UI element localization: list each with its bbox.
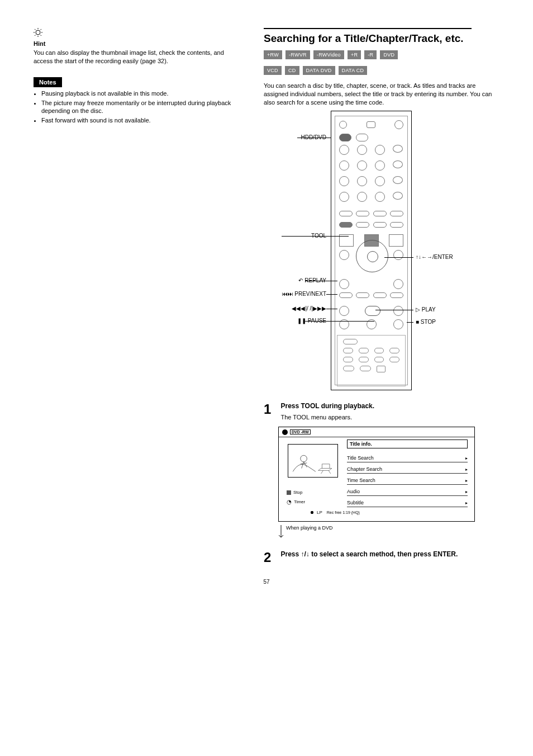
media-badge: +RW <box>264 50 282 59</box>
media-badge: -RWVideo <box>313 50 344 59</box>
step-1: 1 Press TOOL during playback. The TOOL m… <box>264 401 499 421</box>
chevron-right-icon: ▸ <box>465 489 468 494</box>
svg-line-8 <box>41 35 42 36</box>
thumbnail <box>288 444 338 478</box>
step-text: Press ↑/↓ to select a search method, the… <box>280 550 465 559</box>
media-badge: DATA DVD <box>303 66 335 75</box>
step-number: 1 <box>264 401 278 417</box>
tool-panel-caption: When playing a DVD <box>278 525 499 542</box>
media-badge: VCD <box>264 66 282 75</box>
notes-badge: Notes <box>34 77 62 87</box>
callout-stop: ■ STOP <box>416 319 436 325</box>
tool-panel-header: DVD -RW <box>279 427 474 437</box>
svg-line-5 <box>35 29 36 30</box>
callout-tool: TOOL <box>264 233 326 239</box>
callout-replay: ↶ REPLAY <box>264 277 326 284</box>
callout-prev-next: ⏮⏭ PREV/NEXT <box>264 291 326 297</box>
forward-icon: |▶▶▶ <box>311 305 326 311</box>
tool-menu-panel: DVD -RW Title info. Title Search▸ Chapte… <box>278 427 475 522</box>
media-badges: +RW -RWVR -RWVideo +R -R DVD <box>264 50 499 59</box>
panel-status-timer: ◔Timer <box>287 499 305 505</box>
svg-line-7 <box>35 35 36 36</box>
callout-hdd-dvd: HDD/DVD <box>264 134 326 140</box>
left-column: Hint You can also display the thumbnail … <box>34 28 244 565</box>
panel-title-info: Title info. <box>347 440 468 448</box>
panel-row-chapter-search: Chapter Search▸ <box>347 465 468 474</box>
media-badge: CD <box>285 66 299 75</box>
step-2: 2 Press ↑/↓ to select a search method, t… <box>264 550 499 565</box>
chevron-right-icon: ▸ <box>465 478 468 483</box>
step-text: Press TOOL during playback. The TOOL men… <box>280 401 465 421</box>
clock-icon: ◔ <box>287 499 292 505</box>
remote-diagram: HDD/DVD TOOL ↶ REPLAY ⏮⏭ PREV/NEXT ◀◀◀|/… <box>264 111 472 401</box>
panel-row-title-search: Title Search▸ <box>347 454 468 462</box>
left-arrow-icon: ← <box>421 254 427 260</box>
svg-line-6 <box>41 29 42 30</box>
record-dot-icon <box>282 429 288 435</box>
replay-icon: ↶ <box>298 277 303 284</box>
hint-lightbulb-icon <box>34 28 42 37</box>
panel-rec-free: ⏺ LP Rec free 1:19 (HQ) <box>310 510 360 515</box>
callout-seek: ◀◀◀|/ /|▶▶▶ <box>264 305 326 311</box>
media-badge: -R <box>364 50 377 59</box>
remote-outline <box>331 111 412 390</box>
callout-play: ▷ PLAY <box>416 306 436 313</box>
chevron-right-icon: ▸ <box>465 456 468 461</box>
media-badges-2: VCD CD DATA DVD DATA CD <box>264 66 499 75</box>
intro-text: You can search a disc by title, chapter,… <box>264 82 499 107</box>
right-column: Searching for a Title/Chapter/Track, etc… <box>264 28 499 565</box>
callout-arrows-enter: ↑↓←→/ENTER <box>416 254 453 260</box>
note-item: The picture may freeze momentarily or be… <box>41 99 244 116</box>
media-badge: DVD <box>380 50 398 59</box>
notes-list: Pausing playback is not available in thi… <box>41 89 244 125</box>
svg-rect-9 <box>289 445 337 477</box>
step-subtext: The TOOL menu appears. <box>280 413 465 422</box>
panel-row-subtitle: Subtitle▸ <box>347 499 468 507</box>
callout-pause: ❚❚ PAUSE <box>264 318 326 324</box>
note-item: Pausing playback is not available in thi… <box>41 89 244 98</box>
panel-status-stop: Stop <box>287 490 302 495</box>
hint-heading: Hint <box>34 40 244 47</box>
section-title: Searching for a Title/Chapter/Track, etc… <box>264 32 499 45</box>
panel-row-audio: Audio▸ <box>347 488 468 496</box>
chevron-right-icon: ▸ <box>465 467 468 472</box>
rewind-icon: ◀◀◀| <box>292 305 307 311</box>
media-badge: +R <box>348 50 361 59</box>
step-number: 2 <box>264 550 278 565</box>
panel-row-time-search: Time Search▸ <box>347 476 468 485</box>
media-badge: -RWVR <box>285 50 310 59</box>
right-arrow-icon: → <box>427 254 432 260</box>
svg-point-0 <box>36 30 40 35</box>
dvd-logo: DVD -RW <box>290 429 311 434</box>
stop-icon: ■ <box>416 319 419 325</box>
hint-body: You can also display the thumbnail image… <box>34 49 244 65</box>
chevron-right-icon: ▸ <box>465 500 468 505</box>
next-icon: ⏭ <box>288 291 293 297</box>
notes-box: Notes Pausing playback is not available … <box>34 77 244 125</box>
page-columns: Hint You can also display the thumbnail … <box>34 28 499 565</box>
pointer-icon <box>278 525 284 542</box>
heading-rule <box>264 28 472 29</box>
play-icon: ▷ <box>416 306 420 313</box>
media-badge: DATA CD <box>339 66 368 75</box>
stop-square-icon <box>287 490 291 495</box>
page-number: 57 <box>34 579 499 585</box>
note-item: Fast forward with sound is not available… <box>41 116 244 125</box>
prev-icon: ⏮ <box>282 291 288 297</box>
rec-icon: ⏺ <box>310 510 315 515</box>
